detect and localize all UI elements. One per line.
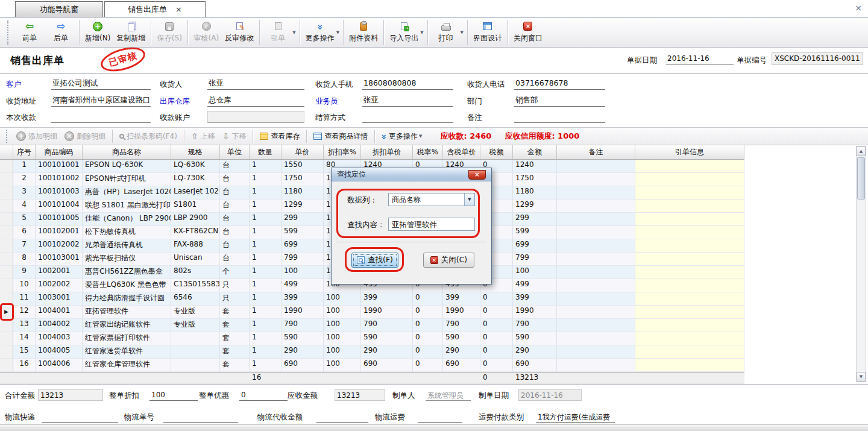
grid-cell[interactable]: 590 [361,332,413,345]
grid-cell[interactable]: 100 [324,359,361,372]
grid-cell[interactable]: 0 [413,332,443,345]
grid-cell[interactable]: 佳能（Canon） LBP 2900+ [83,213,171,226]
tab-close-icon[interactable]: × [175,2,182,17]
dialog-titlebar[interactable]: 查找定位 × [332,168,491,181]
grid-cell[interactable]: 10 [13,279,36,292]
scroll-down-icon[interactable]: ▼ [857,372,866,382]
grid-cell[interactable] [557,213,635,226]
grid-cell[interactable]: 松下热敏传真机 [83,226,171,239]
column-header[interactable] [0,145,13,159]
grid-cell[interactable]: 9 [13,266,36,279]
grid-cell[interactable]: 790 [443,319,480,332]
grid-cell[interactable]: 590 [281,332,324,345]
form-label[interactable]: 业务员 [315,96,338,107]
form-field[interactable]: 河南省郑州市中原区建设路口 [51,95,151,107]
grid-cell[interactable]: 599 [281,226,324,239]
grid-cell[interactable]: 1 [250,239,281,253]
grid-cell[interactable]: 1004005 [36,345,83,359]
grid-cell[interactable] [557,279,635,292]
grid-cell[interactable]: 499 [513,279,557,292]
grid-cell[interactable] [557,200,635,213]
grid-cell[interactable]: 1750 [513,173,557,186]
column-header[interactable]: 折扣单价 [361,145,413,159]
doc-date-field[interactable]: 2016-11-16 [666,53,734,65]
grid-cell[interactable]: 100 [513,266,557,279]
grid-cell[interactable]: 100101003 [36,186,83,200]
add-detail-button[interactable]: + 添加明细 [16,131,57,142]
grid-cell[interactable]: 6546 [171,292,220,306]
grid-cell[interactable]: 台 [220,213,250,226]
form-field[interactable] [362,111,453,123]
table-row[interactable]: 111003001得力经典防滑握手设计圆6546只139910039903990… [0,292,744,306]
row-indicator[interactable] [0,253,13,266]
grid-cell[interactable]: 紫光平板扫描仪 [83,253,171,266]
close-window-button[interactable]: × 关闭窗口 [511,19,546,46]
grid-cell[interactable]: 红管家送货单软件 [83,345,171,359]
form-label[interactable]: 客户 [6,79,21,90]
grid-cell[interactable]: 6 [13,226,36,239]
grid-cell[interactable]: 联想 S1801 黑白激光打印 [83,200,171,213]
grid-cell[interactable]: 5 [13,213,36,226]
view-product-detail-button[interactable]: 查看商品详情 [313,131,368,142]
grid-cell[interactable]: 只 [220,279,250,292]
row-indicator[interactable] [0,359,13,372]
grid-cell[interactable]: 802s [171,266,220,279]
grid-cell[interactable]: 4 [13,200,36,213]
grid-cell[interactable] [635,332,744,345]
grid-cell[interactable] [557,239,635,253]
dropdown-arrow-icon[interactable]: ▼ [292,30,295,35]
dropdown-arrow-icon[interactable]: ▼ [461,30,464,35]
reverse-audit-button[interactable]: ✎ 反审修改 [222,19,257,46]
grid-cell[interactable]: 100 [281,266,324,279]
tab-function-nav[interactable]: 功能导航窗 [15,1,103,17]
more-actions-button[interactable]: » 更多操作 [303,19,338,46]
grid-cell[interactable] [635,239,744,253]
scrollbar-thumb[interactable] [857,157,865,200]
grid-cell[interactable]: 100 [324,292,361,306]
grid-cell[interactable]: 399 [443,292,480,306]
grid-cell[interactable]: 专业版 [171,319,220,332]
footer-field[interactable]: 100 [149,389,198,401]
grid-cell[interactable]: 7 [13,239,36,253]
form-field[interactable] [514,111,605,123]
grid-cell[interactable]: 16 [13,359,36,372]
footer-field[interactable]: 13213 [38,389,103,401]
grid-cell[interactable]: 1990 [361,306,413,319]
grid-cell[interactable]: 1004001 [36,306,83,319]
grid-cell[interactable]: 100 [324,319,361,332]
column-header[interactable]: 商品编码 [36,145,83,159]
grid-cell[interactable]: 699 [513,239,557,253]
grid-cell[interactable]: 0 [413,306,443,319]
grid-cell[interactable] [635,213,744,226]
prev-order-button[interactable]: ⇦ 前单 [14,19,45,46]
grid-cell[interactable]: 690 [443,359,480,372]
dropdown-arrow-icon[interactable]: ▼ [420,30,423,35]
grid-cell[interactable]: 1 [250,319,281,332]
grid-cell[interactable]: 1002002 [36,279,83,292]
column-header[interactable]: 规格 [171,145,220,159]
grid-cell[interactable]: 1299 [281,200,324,213]
row-indicator[interactable] [0,332,13,345]
grid-cell[interactable]: 2 [13,173,36,186]
footer-field[interactable]: 系统管理员 [426,389,471,401]
grid-cell[interactable] [635,359,744,372]
grid-cell[interactable]: 0 [480,319,513,332]
move-down-button[interactable]: ⇩ 下移 [222,131,247,142]
data-column-select[interactable]: 商品名称 ▼ [388,193,475,206]
grid-cell[interactable]: 100 [324,306,361,319]
grid-cell[interactable]: 0 [480,292,513,306]
grid-cell[interactable]: 290 [281,345,324,359]
grid-cell[interactable] [557,332,635,345]
grid-cell[interactable]: 1180 [281,186,324,200]
grid-cell[interactable]: LaserJet 1020 [171,186,220,200]
grid-cell[interactable] [557,253,635,266]
grid-cell[interactable]: 台 [220,253,250,266]
grid-cell[interactable]: 1240 [513,160,557,173]
grid-cell[interactable]: 1990 [513,306,557,319]
form-field[interactable] [207,111,304,123]
grid-cell[interactable]: EPSON LQ-630K [83,160,171,173]
grid-cell[interactable]: 290 [443,345,480,359]
grid-cell[interactable]: 1 [250,226,281,239]
grid-cell[interactable]: 699 [281,239,324,253]
grid-cell[interactable]: 100 [324,345,361,359]
